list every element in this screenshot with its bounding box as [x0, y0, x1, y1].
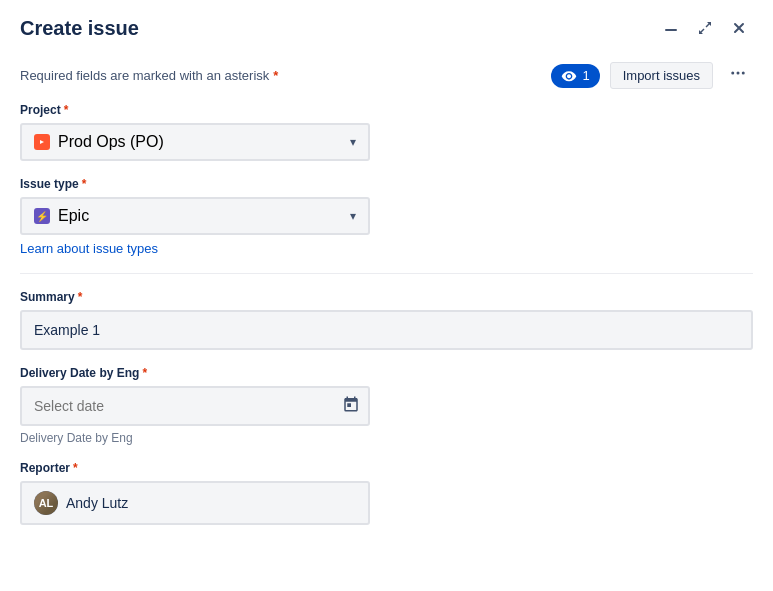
header-actions [657, 16, 753, 40]
more-options-button[interactable] [723, 60, 753, 91]
svg-point-2 [737, 72, 740, 75]
reporter-label: Reporter * [20, 461, 753, 475]
project-required: * [64, 103, 69, 117]
project-chevron-icon: ▾ [350, 135, 356, 149]
delivery-date-input[interactable] [20, 386, 370, 426]
reporter-select[interactable]: AL Andy Lutz [20, 481, 370, 525]
reporter-avatar: AL [34, 491, 58, 515]
issue-type-select[interactable]: ⚡ Epic ▾ [20, 197, 370, 235]
watch-badge[interactable]: 1 [551, 64, 599, 88]
summary-required: * [78, 290, 83, 304]
watch-count: 1 [582, 68, 589, 83]
minimize-button[interactable] [657, 16, 685, 40]
reporter-required: * [73, 461, 78, 475]
dialog-header: Create issue [0, 0, 773, 52]
import-issues-button[interactable]: Import issues [610, 62, 713, 89]
project-field: Project * Prod Ops (PO) ▾ [20, 103, 753, 161]
svg-point-1 [731, 72, 734, 75]
epic-icon: ⚡ [34, 208, 50, 224]
close-icon [731, 20, 747, 36]
issue-type-required: * [82, 177, 87, 191]
form-divider [20, 273, 753, 274]
svg-rect-0 [665, 29, 677, 31]
issue-type-value: Epic [58, 207, 89, 225]
dialog-body: Project * Prod Ops (PO) ▾ [0, 103, 773, 591]
issue-type-chevron-icon: ▾ [350, 209, 356, 223]
delivery-date-required: * [142, 366, 147, 380]
delivery-date-field: Delivery Date by Eng * Delivery Date by … [20, 366, 753, 445]
required-note: Required fields are marked with an aster… [20, 68, 278, 83]
avatar-image: AL [34, 491, 58, 515]
summary-label: Summary * [20, 290, 753, 304]
learn-about-issue-types-link[interactable]: Learn about issue types [20, 241, 158, 256]
reporter-field: Reporter * AL Andy Lutz [20, 461, 753, 525]
dialog-title: Create issue [20, 17, 139, 40]
create-issue-dialog: Create issue Required fields are marked [0, 0, 773, 591]
svg-point-3 [742, 72, 745, 75]
issue-type-label: Issue type * [20, 177, 753, 191]
expand-icon [697, 20, 713, 36]
project-icon [34, 134, 50, 150]
minimize-icon [663, 20, 679, 36]
asterisk-symbol: * [273, 68, 278, 83]
summary-field: Summary * [20, 290, 753, 350]
close-button[interactable] [725, 16, 753, 40]
subheader: Required fields are marked with an aster… [0, 52, 773, 103]
project-label: Project * [20, 103, 753, 117]
issue-type-field: Issue type * ⚡ Epic ▾ Learn about issue … [20, 177, 753, 257]
expand-button[interactable] [691, 16, 719, 40]
project-select[interactable]: Prod Ops (PO) ▾ [20, 123, 370, 161]
delivery-date-description: Delivery Date by Eng [20, 431, 753, 445]
more-icon [729, 64, 747, 82]
reporter-name: Andy Lutz [66, 495, 128, 511]
summary-input[interactable] [20, 310, 753, 350]
delivery-date-label: Delivery Date by Eng * [20, 366, 753, 380]
subheader-right: 1 Import issues [551, 60, 753, 91]
eye-icon [561, 68, 577, 84]
delivery-date-wrapper [20, 386, 370, 426]
project-value: Prod Ops (PO) [58, 133, 164, 151]
